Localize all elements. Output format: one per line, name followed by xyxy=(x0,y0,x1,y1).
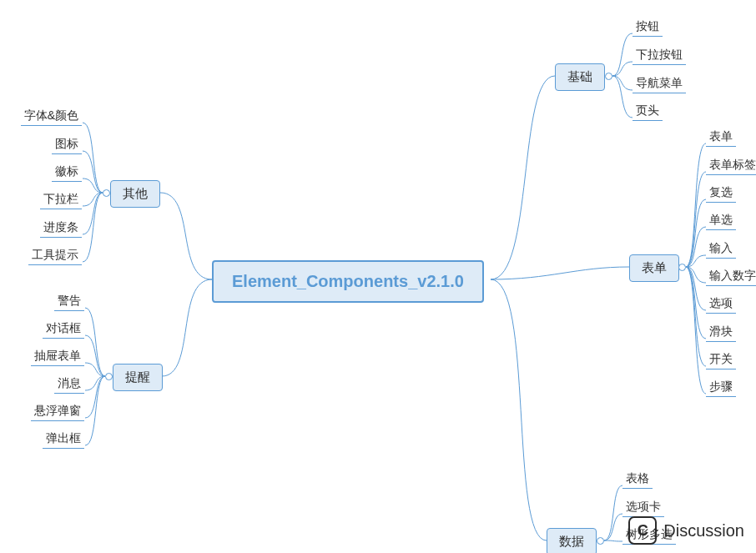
leaf-form-1[interactable]: 表单标签 xyxy=(706,158,756,175)
leaf-other-3[interactable]: 下拉栏 xyxy=(40,192,82,209)
leaf-other-4[interactable]: 进度条 xyxy=(40,220,82,238)
leaf-alert-4[interactable]: 悬浮弹窗 xyxy=(31,404,84,421)
branch-data[interactable]: 数据 xyxy=(547,528,597,553)
joint-basic xyxy=(605,73,612,80)
leaf-alert-3[interactable]: 消息 xyxy=(54,376,84,394)
leaf-basic-2[interactable]: 导航菜单 xyxy=(633,76,686,93)
leaf-form-6[interactable]: 选项 xyxy=(706,296,736,314)
discussion-badge: C xyxy=(628,516,657,545)
leaf-form-8[interactable]: 开关 xyxy=(706,352,736,370)
branch-basic[interactable]: 基础 xyxy=(555,63,605,91)
branch-other[interactable]: 其他 xyxy=(110,180,160,208)
root-label: Element_Components_v2.1.0 xyxy=(232,272,464,290)
joint-data xyxy=(597,537,604,545)
leaf-alert-5[interactable]: 弹出框 xyxy=(43,431,84,449)
leaf-form-2[interactable]: 复选 xyxy=(706,185,736,203)
leaf-form-7[interactable]: 滑块 xyxy=(706,324,736,342)
root-node[interactable]: Element_Components_v2.1.0 xyxy=(212,260,484,303)
leaf-basic-1[interactable]: 下拉按钮 xyxy=(633,48,686,65)
discussion-button[interactable]: C Discussion xyxy=(628,516,744,545)
branch-basic-label: 基础 xyxy=(567,69,592,83)
joint-alert xyxy=(105,373,113,380)
joint-other xyxy=(103,189,110,197)
leaf-basic-3[interactable]: 页头 xyxy=(633,103,663,121)
discussion-label: Discussion xyxy=(663,521,744,540)
leaf-form-3[interactable]: 单选 xyxy=(706,213,736,230)
branch-data-label: 数据 xyxy=(559,534,584,548)
leaf-form-0[interactable]: 表单 xyxy=(706,129,736,147)
leaf-other-1[interactable]: 图标 xyxy=(52,137,82,154)
branch-form[interactable]: 表单 xyxy=(629,254,679,282)
leaf-basic-0[interactable]: 按钮 xyxy=(633,19,663,37)
leaf-data-1[interactable]: 选项卡 xyxy=(622,500,664,517)
leaf-data-0[interactable]: 表格 xyxy=(622,471,653,489)
discussion-badge-letter: C xyxy=(638,522,648,540)
leaf-form-5[interactable]: 输入数字 xyxy=(706,269,756,286)
leaf-alert-0[interactable]: 警告 xyxy=(54,294,84,311)
leaf-form-9[interactable]: 步骤 xyxy=(706,380,736,397)
joint-form xyxy=(678,264,686,271)
leaf-form-4[interactable]: 输入 xyxy=(706,241,736,259)
leaf-other-2[interactable]: 徽标 xyxy=(52,164,82,182)
branch-alert-label: 提醒 xyxy=(125,370,150,384)
branch-alert[interactable]: 提醒 xyxy=(113,364,163,391)
mindmap-canvas: Element_Components_v2.1.0 基础 按钮 下拉按钮 导航菜… xyxy=(0,0,756,553)
branch-other-label: 其他 xyxy=(123,186,148,200)
leaf-other-5[interactable]: 工具提示 xyxy=(28,248,82,265)
leaf-alert-1[interactable]: 对话框 xyxy=(43,321,84,339)
branch-form-label: 表单 xyxy=(642,260,667,274)
leaf-other-0[interactable]: 字体&颜色 xyxy=(21,108,82,126)
leaf-alert-2[interactable]: 抽屉表单 xyxy=(31,349,84,366)
